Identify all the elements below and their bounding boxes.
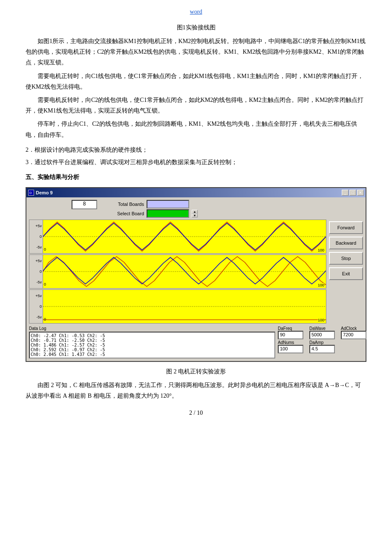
list-item-2: 2．根据设计的电路完成实验系统的硬件接线； (26, 145, 366, 155)
minimize-button[interactable]: _ (342, 190, 349, 196)
para3: 需要电机反转时，向C2的线包供电，使C1常开触点闭合，如此KM2的线包得电，KM… (26, 95, 366, 116)
da-amp-value[interactable]: 4.5 (309, 345, 335, 353)
chart3-ymax: +5v (29, 294, 43, 298)
exit-button[interactable]: Exit (329, 267, 363, 280)
chart1-ymid: 0 (29, 234, 43, 239)
log-entry-3: Ch0: 2.592 Ch1: -0.97 Ch2: -5 (31, 347, 274, 352)
log-entry-2: Ch0: 1.486 Ch1: -2.57 Ch2: -5 (31, 343, 274, 347)
para1: 如图1所示，主电路由交流接触器KM1控制电机正转，KM2控制电机反转。控制电路中… (26, 36, 366, 68)
spinner-down[interactable]: ▼ (192, 214, 198, 217)
chart3: +5v 0 -5v 100 0 (29, 289, 326, 324)
log-entry-1: Ch0: -0.71 Ch1: -2.50 Ch2: -5 (31, 338, 274, 343)
total-boards-value (147, 200, 189, 208)
analysis-para1: 由图 2 可知，C 相电压传感器有故障，无法工作，只测得两相电压波形。此时异步电… (26, 380, 366, 401)
board-number-input[interactable]: 8 (72, 200, 97, 209)
para2: 需要电机正转时，向C1线包供电，使C1常开触点闭合，如此KM1线包得电，KM1主… (26, 71, 366, 92)
chart2-ymin: -5v (29, 280, 43, 284)
chart3-xend: 100 (318, 318, 324, 322)
spinner-up[interactable]: ▲ (192, 210, 198, 214)
demo-window: D Demo 9 _ □ ✕ 8 Total Boards Select B (26, 187, 366, 362)
word-link[interactable]: word (190, 9, 202, 15)
chart3-ymid: 0 (29, 304, 43, 309)
chart2-ymid: 0 (29, 269, 43, 274)
list-item-3: 3．通过软件平台进展编程、调试实现对三相异步电机的数据采集与正反转控制； (26, 157, 366, 168)
page-top-link[interactable]: word (26, 9, 366, 15)
log-entry-4: Ch0: 2.045 Ch1: 1.437 Ch2: -5 (31, 352, 274, 357)
params-panel: DaFreq 90 DaWave 5000 AdClock 7200 AdNum… (278, 326, 363, 358)
chart1-ymax: +5v (29, 224, 43, 228)
chart1-xstart: 0 (44, 247, 46, 251)
data-log-label: Data Log (29, 326, 275, 331)
para4: 停车时，停止向C1、C2的线包供电，如此控制回路断电，KM1、KM2线包均失电，… (26, 119, 366, 140)
chart3-ymin: -5v (29, 315, 43, 319)
ad-clock-value[interactable]: 7200 (341, 331, 366, 339)
demo-titlebar: D Demo 9 _ □ ✕ (26, 188, 366, 197)
fig2-caption: 图 2 电机正转实验波形 (26, 368, 366, 376)
demo-buttons-panel: Forward Backward Stop Exit (329, 220, 363, 324)
da-wave-label: DaWave (309, 326, 335, 331)
da-amp-label: DaAmp (309, 340, 335, 345)
total-boards-label: Total Boards (110, 202, 144, 207)
ad-nums-value[interactable]: 100 (278, 345, 303, 353)
close-button[interactable]: ✕ (357, 190, 364, 196)
da-freq-label: DaFreq (278, 326, 303, 331)
chart1-ymin: -5v (29, 245, 43, 249)
chart1: +5v 0 -5v 1 (29, 220, 326, 254)
ad-clock-label: AdClock (341, 326, 366, 331)
chart2: +5v 0 -5v 100 0 (29, 254, 326, 289)
restore-button[interactable]: □ (349, 190, 356, 196)
svg-text:D: D (29, 191, 32, 195)
chart2-ymax: +5v (29, 259, 43, 263)
select-board-label: Select Board (110, 211, 144, 216)
select-board-value (147, 209, 189, 218)
stop-button[interactable]: Stop (329, 252, 363, 265)
log-entry-0: Ch0: -2.47 Ch1: -0.53 Ch2: -5 (31, 333, 274, 338)
chart2-xend: 100 (318, 283, 324, 287)
demo-title: Demo 9 (36, 190, 53, 195)
backward-button[interactable]: Backward (329, 237, 363, 249)
data-log[interactable]: Ch0: -2.47 Ch1: -0.53 Ch2: -5 Ch0: -0.71… (29, 332, 275, 358)
da-wave-value[interactable]: 5000 (309, 331, 335, 339)
chart3-xstart: 0 (44, 317, 46, 321)
ad-nums-label: AdNums (278, 340, 303, 345)
page-number: 2 / 10 (26, 410, 366, 416)
fig1-title: 图1实验接线图 (26, 24, 366, 32)
section5-header: 五、实验结果与分析 (26, 173, 366, 181)
chart2-xstart: 0 (44, 282, 46, 286)
demo-titlebar-icon: D (28, 190, 34, 196)
da-freq-value[interactable]: 90 (278, 331, 303, 339)
chart1-xend: 100 (318, 248, 324, 252)
forward-button[interactable]: Forward (329, 221, 363, 234)
